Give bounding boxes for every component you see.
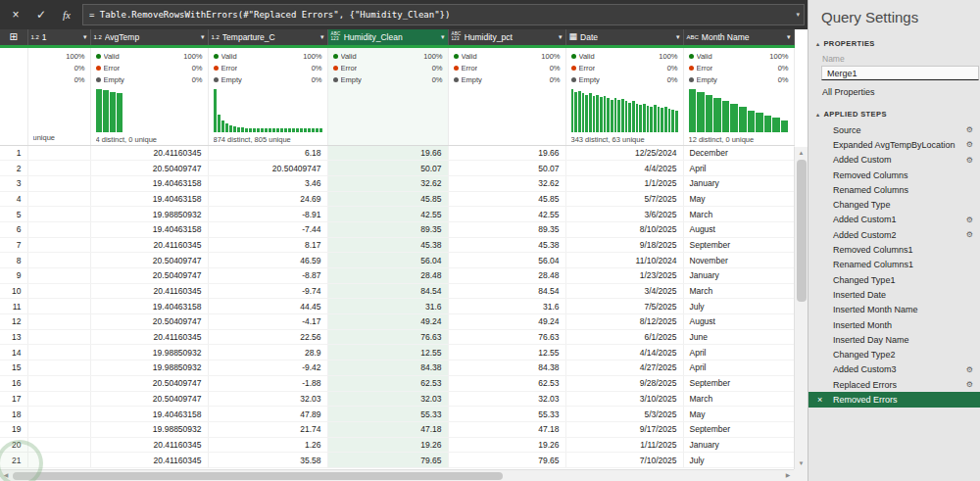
cell[interactable]: 44.45 xyxy=(208,299,327,314)
cell[interactable]: September xyxy=(683,375,794,391)
cell[interactable]: September xyxy=(683,237,794,253)
value-distribution-histogram[interactable] xyxy=(214,89,322,132)
cell[interactable]: July xyxy=(683,453,794,468)
cell[interactable]: 45.85 xyxy=(327,191,448,207)
cell[interactable]: 79.65 xyxy=(327,453,448,468)
cell[interactable] xyxy=(27,253,90,268)
row-number[interactable]: 10 xyxy=(0,283,27,299)
cell[interactable]: 89.35 xyxy=(448,221,565,237)
cell[interactable]: 50.07 xyxy=(327,161,448,176)
cell[interactable]: 21.74 xyxy=(208,421,327,437)
horizontal-scroll-thumb[interactable] xyxy=(13,472,503,480)
applied-step-inserted-month[interactable]: Inserted Month xyxy=(808,317,980,332)
cell[interactable]: 20.50409747 xyxy=(90,161,208,176)
cell[interactable]: 6/1/2025 xyxy=(565,329,683,345)
row-number[interactable]: 19 xyxy=(0,421,27,437)
row-number[interactable]: 20 xyxy=(0,437,27,453)
cell[interactable]: 28.48 xyxy=(448,268,565,284)
cell[interactable]: May xyxy=(683,407,794,422)
cell[interactable]: -8.91 xyxy=(208,207,327,222)
filter-dropdown-icon[interactable]: ▾ xyxy=(559,33,563,41)
cell[interactable]: 84.54 xyxy=(327,283,448,299)
cell[interactable]: 9/18/2025 xyxy=(565,237,683,253)
cell[interactable]: 45.38 xyxy=(448,237,565,253)
filter-dropdown-icon[interactable]: ▾ xyxy=(201,33,205,41)
cell[interactable]: 20.50409747 xyxy=(90,253,208,268)
cell[interactable] xyxy=(27,207,90,222)
cell[interactable] xyxy=(27,161,90,176)
cell[interactable]: 9/28/2025 xyxy=(565,375,683,391)
step-settings-gear-icon[interactable]: ⚙ xyxy=(966,365,973,374)
cell[interactable] xyxy=(27,191,90,207)
cell[interactable]: 12.55 xyxy=(327,345,448,361)
cell[interactable]: 12/25/2024 xyxy=(565,145,683,161)
applied-step-inserted-date[interactable]: Inserted Date xyxy=(808,287,980,302)
scroll-right-icon[interactable]: ▶ xyxy=(782,470,794,481)
cell[interactable]: June xyxy=(683,329,794,345)
cell[interactable]: 46.59 xyxy=(208,253,327,268)
cell[interactable] xyxy=(27,329,90,345)
column-header-date[interactable]: ▦Date▾ xyxy=(565,29,683,46)
step-settings-gear-icon[interactable]: ⚙ xyxy=(966,156,973,165)
cell[interactable]: January xyxy=(683,437,794,453)
cell[interactable]: 7/10/2025 xyxy=(565,453,683,468)
cell[interactable]: 84.38 xyxy=(327,361,448,376)
properties-section-header[interactable]: ▴ PROPERTIES xyxy=(808,35,980,51)
row-number[interactable]: 6 xyxy=(0,221,27,237)
applied-step-renamed-columns[interactable]: Renamed Columns xyxy=(808,182,980,197)
cell[interactable]: 20.50409747 xyxy=(90,391,208,407)
cell[interactable]: 8/12/2025 xyxy=(565,314,683,330)
column-header-humidity-pct[interactable]: ABC123Humidity_pct▾ xyxy=(448,29,565,46)
cell[interactable]: 32.03 xyxy=(327,391,448,407)
row-number[interactable]: 21 xyxy=(0,453,27,468)
cell[interactable]: August xyxy=(683,314,794,330)
cell[interactable]: 24.69 xyxy=(208,191,327,207)
cell[interactable]: 4/14/2025 xyxy=(565,345,683,361)
cell[interactable]: 1.26 xyxy=(208,437,327,453)
filter-dropdown-icon[interactable]: ▾ xyxy=(441,33,445,41)
all-properties-link[interactable]: All Properties xyxy=(808,80,980,106)
applied-step-added-custom3[interactable]: Added Custom3⚙ xyxy=(808,362,980,377)
cell[interactable]: 84.38 xyxy=(448,361,565,376)
value-distribution-histogram[interactable] xyxy=(571,89,678,132)
cell[interactable]: 35.58 xyxy=(208,453,327,468)
cell[interactable] xyxy=(27,237,90,253)
cell[interactable]: 50.07 xyxy=(448,161,565,176)
row-number[interactable]: 17 xyxy=(0,391,27,407)
cell[interactable]: 5/3/2025 xyxy=(565,407,683,422)
cell[interactable]: -7.44 xyxy=(208,221,327,237)
step-settings-gear-icon[interactable]: ⚙ xyxy=(966,125,973,134)
row-number[interactable]: 7 xyxy=(0,237,27,253)
cell[interactable]: 4/4/2025 xyxy=(565,161,683,176)
query-name-input[interactable]: Merge1 xyxy=(821,66,979,80)
cell[interactable]: September xyxy=(683,421,794,437)
cell[interactable]: 22.56 xyxy=(208,329,327,345)
cell[interactable]: 56.04 xyxy=(327,253,448,268)
cell[interactable]: 19.40463158 xyxy=(90,299,208,314)
value-distribution-histogram[interactable] xyxy=(96,89,203,132)
cell[interactable]: 19.66 xyxy=(327,145,448,161)
cell[interactable]: 76.63 xyxy=(327,329,448,345)
commit-button[interactable]: ✓ xyxy=(28,4,54,25)
cell[interactable]: November xyxy=(683,253,794,268)
filter-dropdown-icon[interactable]: ▾ xyxy=(676,33,680,41)
cell[interactable] xyxy=(27,175,90,191)
cell[interactable]: 42.55 xyxy=(327,207,448,222)
applied-step-changed-type2[interactable]: Changed Type2 xyxy=(808,347,980,361)
filter-dropdown-icon[interactable]: ▾ xyxy=(787,33,791,41)
cancel-button[interactable]: × xyxy=(3,4,28,25)
cell[interactable]: 8/10/2025 xyxy=(565,221,683,237)
applied-step-added-custom2[interactable]: Added Custom2⚙ xyxy=(808,227,980,242)
value-distribution-histogram[interactable] xyxy=(33,89,85,130)
cell[interactable]: 19.66 xyxy=(448,145,565,161)
row-number[interactable]: 12 xyxy=(0,314,27,330)
applied-step-source[interactable]: Source⚙ xyxy=(808,122,980,137)
scroll-left-icon[interactable]: ◀ xyxy=(0,470,12,481)
value-distribution-histogram[interactable] xyxy=(333,89,443,130)
row-number[interactable]: 1 xyxy=(0,145,27,161)
column-header-humidity-clean[interactable]: ABC123Humidity_Clean▾ xyxy=(327,29,448,46)
cell[interactable] xyxy=(27,299,90,314)
filter-dropdown-icon[interactable]: ▾ xyxy=(83,33,87,41)
cell[interactable]: January xyxy=(683,175,794,191)
cell[interactable]: January xyxy=(683,268,794,284)
